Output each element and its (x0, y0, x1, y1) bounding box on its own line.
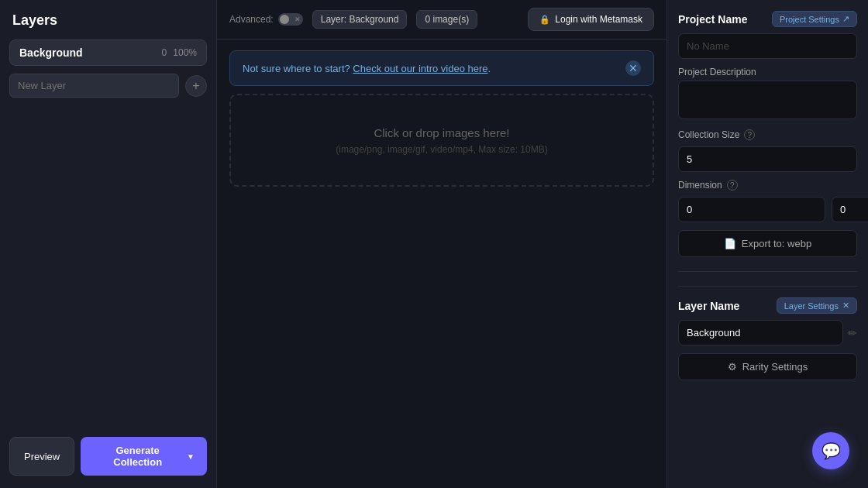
info-banner: Not sure where to start? Check out our i… (229, 50, 654, 86)
advanced-toggle: Advanced: ✕ (229, 13, 303, 26)
main-content: Advanced: ✕ Layer: Background 0 image(s)… (217, 0, 666, 488)
edit-icon[interactable]: ✏ (848, 327, 857, 339)
layer-settings-header: Layer Name Layer Settings ✕ (678, 297, 857, 314)
layer-name: Background (19, 46, 83, 59)
rarity-icon: ⚙ (728, 361, 737, 373)
collection-size-input[interactable] (678, 146, 857, 172)
sidebar-bottom-buttons: Preview Generate Collection ▼ (9, 437, 207, 476)
layer-name-input-row: ✏ (678, 320, 857, 345)
drop-zone-title: Click or drop images here! (374, 126, 509, 139)
collection-size-help-icon[interactable]: ? (744, 129, 755, 140)
chat-icon: 💬 (822, 442, 841, 460)
project-settings-icon: ↗ (842, 14, 849, 24)
collection-size-label: Collection Size (678, 129, 739, 140)
toggle-x-icon: ✕ (294, 15, 301, 24)
add-layer-button[interactable]: + (185, 75, 207, 97)
layer-settings-badge-label: Layer Settings (784, 301, 839, 311)
layer-settings-section: Layer Name Layer Settings ✕ ✏ ⚙ Rarity S… (678, 286, 857, 380)
project-description-input[interactable] (678, 81, 857, 119)
dimension-help-icon[interactable]: ? (727, 180, 738, 191)
dimension-inputs (678, 197, 857, 222)
new-layer-row: + (9, 74, 207, 98)
project-name-label: Project Name (678, 13, 747, 26)
dimension-height-input[interactable] (832, 197, 868, 222)
images-badge: 0 image(s) (416, 10, 477, 29)
divider (678, 271, 857, 272)
layer-meta: 0 100% (162, 47, 197, 58)
layer-percent: 100% (173, 47, 197, 58)
project-settings-badge[interactable]: Project Settings ↗ (772, 11, 857, 27)
export-icon: 📄 (724, 238, 736, 249)
rarity-label: Rarity Settings (742, 361, 808, 373)
dimension-label: Dimension (678, 180, 722, 191)
layer-count: 0 (162, 47, 167, 58)
layer-item-background[interactable]: Background 0 100% (9, 40, 207, 66)
layer-badge: Layer: Background (312, 10, 408, 29)
chevron-down-icon: ▼ (187, 452, 195, 461)
sidebar: Layers Background 0 100% + Preview Gener… (0, 0, 217, 488)
export-button[interactable]: 📄 Export to: webp (678, 230, 857, 257)
lock-icon: 🔒 (539, 15, 550, 25)
sidebar-title: Layers (9, 12, 207, 29)
info-close-button[interactable]: ✕ (625, 60, 641, 76)
preview-button[interactable]: Preview (9, 437, 74, 476)
layer-settings-close-icon: ✕ (842, 301, 849, 311)
dimension-width-input[interactable] (678, 197, 825, 222)
layer-name-section-label: Layer Name (678, 300, 739, 312)
project-settings-section: Project Name Project Settings ↗ Project … (678, 11, 857, 257)
advanced-label: Advanced: (229, 14, 274, 25)
toggle-switch[interactable]: ✕ (278, 13, 303, 26)
export-label: Export to: webp (742, 238, 811, 249)
right-panel: Project Name Project Settings ↗ Project … (666, 0, 868, 488)
plus-icon: + (192, 79, 199, 93)
new-layer-input[interactable] (9, 74, 179, 98)
info-link[interactable]: Check out our intro video here (353, 63, 487, 74)
layer-name-input[interactable] (678, 320, 843, 345)
top-bar: Advanced: ✕ Layer: Background 0 image(s)… (217, 0, 666, 40)
project-settings-badge-label: Project Settings (780, 15, 839, 24)
generate-label: Generate Collection (93, 445, 182, 468)
drop-zone[interactable]: Click or drop images here! (image/png, i… (229, 94, 654, 187)
metamask-button[interactable]: 🔒 Login with Metamask (528, 8, 654, 31)
info-text: Not sure where to start? Check out our i… (243, 63, 491, 74)
generate-button[interactable]: Generate Collection ▼ (81, 437, 207, 476)
rarity-settings-button[interactable]: ⚙ Rarity Settings (678, 353, 857, 380)
description-label: Project Description (678, 67, 857, 77)
metamask-label: Login with Metamask (555, 14, 642, 25)
collection-size-row: Collection Size ? (678, 129, 857, 140)
layer-settings-badge[interactable]: Layer Settings ✕ (777, 297, 857, 314)
project-name-input[interactable] (678, 33, 857, 59)
toggle-knob (280, 15, 289, 24)
dimension-row-label: Dimension ? (678, 180, 857, 191)
info-pre: Not sure where to start? (243, 63, 350, 74)
chat-bubble[interactable]: 💬 (812, 432, 849, 469)
project-settings-header: Project Name Project Settings ↗ (678, 11, 857, 27)
drop-zone-subtitle: (image/png, image/gif, video/mp4, Max si… (336, 144, 547, 155)
